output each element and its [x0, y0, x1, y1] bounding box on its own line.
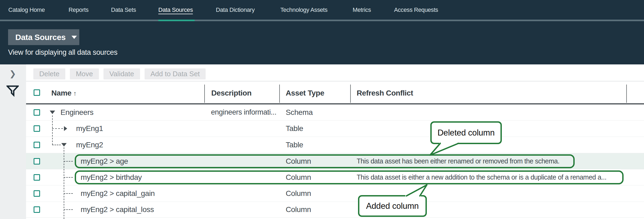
- select-all-checkbox[interactable]: [34, 89, 40, 96]
- row-name: myEng2: [76, 137, 103, 153]
- row-checkbox[interactable]: [34, 206, 40, 213]
- row-checkbox[interactable]: [34, 109, 40, 116]
- collapse-icon-myeng2[interactable]: [61, 143, 67, 147]
- chevron-down-icon: [71, 36, 77, 39]
- table-row-myeng2-age[interactable]: myEng2 > age Column This data asset has …: [26, 153, 644, 169]
- tree-line: [64, 177, 73, 178]
- row-name: myEng1: [76, 121, 103, 137]
- view-description: View for displaying all data sources: [8, 48, 117, 57]
- nav-reports[interactable]: Reports: [69, 0, 88, 20]
- delete-button[interactable]: Delete: [33, 68, 65, 79]
- left-rail: ❯: [0, 64, 26, 219]
- app-window: Catalog Home Reports Data Sets Data Sour…: [0, 0, 644, 219]
- view-selector-button[interactable]: Data Sources: [8, 29, 79, 45]
- column-divider: [279, 85, 280, 103]
- deleted-column-callout: Deleted column: [430, 121, 502, 144]
- column-header-refresh-conflict[interactable]: Refresh Conflict: [357, 89, 413, 98]
- row-checkbox[interactable]: [34, 125, 40, 132]
- tree-line: [64, 193, 73, 194]
- sort-asc-icon: ↑: [73, 90, 77, 97]
- row-name: myEng2 > age: [81, 153, 128, 169]
- row-checkbox[interactable]: [34, 158, 40, 165]
- row-asset-type: Column: [286, 153, 311, 169]
- column-header-description[interactable]: Description: [211, 89, 252, 98]
- top-navigation: Catalog Home Reports Data Sets Data Sour…: [0, 0, 644, 20]
- table-row-myeng2-capital-loss[interactable]: myEng2 > capital_loss Column: [26, 202, 644, 218]
- expand-icon-myeng1[interactable]: [64, 126, 67, 131]
- tree-line: [52, 145, 61, 145]
- nav-data-dictionary[interactable]: Data Dictionary: [216, 0, 255, 20]
- filter-icon[interactable]: [6, 85, 19, 97]
- nav-metrics[interactable]: Metrics: [353, 0, 371, 20]
- row-asset-type: Table: [286, 137, 303, 153]
- row-asset-type: Column: [286, 185, 311, 202]
- tree-line: [64, 161, 73, 162]
- row-checkbox[interactable]: [34, 142, 40, 148]
- nav-data-sources[interactable]: Data Sources: [158, 0, 193, 20]
- row-checkbox[interactable]: [34, 190, 40, 197]
- move-button[interactable]: Move: [70, 68, 99, 79]
- tree-line: [52, 115, 53, 145]
- page-title: Data Sources: [15, 33, 66, 42]
- table-row-myeng2-birthday[interactable]: myEng2 > birthday Column This data asset…: [26, 169, 644, 185]
- row-refresh-conflict: This data asset has been either renamed …: [357, 153, 559, 169]
- column-header-name-label: Name: [51, 89, 71, 97]
- row-description: engineers informati...: [211, 104, 276, 120]
- added-column-callout: Added column: [358, 195, 427, 217]
- row-name: myEng2 > birthday: [81, 169, 142, 185]
- nav-technology-assets[interactable]: Technology Assets: [280, 0, 327, 20]
- row-checkbox[interactable]: [34, 174, 40, 181]
- row-name: myEng2 > capital_gain: [81, 185, 155, 202]
- column-divider: [350, 85, 351, 103]
- table-row-myeng1[interactable]: myEng1 Table: [26, 121, 644, 137]
- nav-data-sets[interactable]: Data Sets: [111, 0, 136, 20]
- row-name: Engineers: [60, 104, 93, 120]
- page-header: Data Sources View for displaying all dat…: [0, 21, 644, 64]
- table-row-myeng2-capital-gain[interactable]: myEng2 > capital_gain Column: [26, 185, 644, 202]
- row-asset-type: Column: [286, 169, 311, 185]
- column-header-name[interactable]: Name ↑: [51, 89, 77, 98]
- validate-button[interactable]: Validate: [103, 68, 140, 79]
- row-name: myEng2 > capital_loss: [81, 202, 154, 217]
- row-asset-type: Table: [286, 121, 303, 137]
- table-row-myeng2[interactable]: myEng2 Table: [26, 137, 644, 153]
- table-row-engineers[interactable]: Engineers engineers informati... Schema: [26, 104, 644, 121]
- toolbar-divider: [26, 81, 644, 82]
- column-divider: [204, 85, 205, 103]
- tree-line: [64, 209, 73, 210]
- row-refresh-conflict: This data asset is either a new addition…: [357, 169, 606, 185]
- row-asset-type: Schema: [286, 104, 313, 120]
- nav-access-requests[interactable]: Access Requests: [394, 0, 438, 20]
- tree-line: [52, 128, 63, 129]
- expand-panel-icon[interactable]: ❯: [8, 69, 17, 78]
- added-column-callout-label: Added column: [366, 201, 419, 211]
- actions-toolbar: Delete Move Validate Add to Data Set: [33, 68, 206, 79]
- nav-catalog-home[interactable]: Catalog Home: [8, 0, 45, 20]
- collapse-icon-engineers[interactable]: [50, 111, 55, 114]
- column-header-asset-type[interactable]: Asset Type: [286, 89, 324, 98]
- row-asset-type: Column: [286, 202, 311, 217]
- tree-line: [64, 147, 64, 219]
- add-to-data-set-button[interactable]: Add to Data Set: [145, 68, 206, 79]
- column-divider: [626, 85, 627, 103]
- deleted-column-callout-label: Deleted column: [438, 128, 495, 138]
